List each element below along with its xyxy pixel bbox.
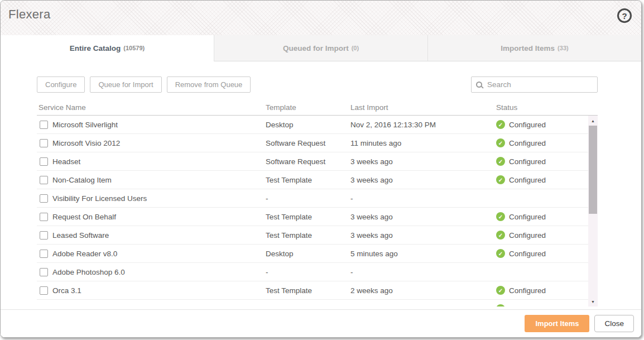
status-cell: ✓ Configured bbox=[496, 304, 598, 307]
remove-from-queue-button[interactable]: Remove from Queue bbox=[167, 76, 251, 93]
tab-label: Queued for Import bbox=[283, 44, 349, 52]
dialog-header: Flexera ? bbox=[1, 1, 641, 35]
template-value: - bbox=[266, 194, 350, 203]
import-items-button[interactable]: Import Items bbox=[525, 315, 589, 332]
template-value: Test Template bbox=[266, 213, 350, 221]
tab-queued-for-import[interactable]: Queued for Import (0) bbox=[214, 35, 427, 61]
tab-imported-items[interactable]: Imported Items (33) bbox=[427, 35, 641, 61]
table-viewport: Microsoft Silverlight Desktop Nov 2, 201… bbox=[37, 116, 598, 307]
page-title: Flexera bbox=[8, 7, 50, 22]
status-label: Configured bbox=[509, 176, 546, 184]
row-checkbox[interactable] bbox=[40, 231, 48, 240]
scroll-down-icon[interactable]: ▼ bbox=[588, 298, 598, 305]
tab-label: Entire Catalog bbox=[70, 44, 121, 52]
row-checkbox-cell bbox=[37, 305, 52, 307]
scroll-up-icon[interactable]: ▲ bbox=[588, 117, 598, 124]
tab-bar: Entire Catalog (10579) Queued for Import… bbox=[1, 35, 641, 61]
template-value: Software Request bbox=[266, 157, 350, 166]
row-checkbox-cell bbox=[37, 268, 52, 276]
last-import-value: 5 minutes ago bbox=[350, 250, 496, 258]
status-cell: ✓ Configured bbox=[496, 120, 598, 129]
column-header-service-name: Service Name bbox=[37, 103, 266, 112]
help-icon[interactable]: ? bbox=[617, 8, 632, 23]
template-value: Desktop bbox=[266, 121, 350, 129]
table-row: Adobe Photoshop 6.0 - - bbox=[37, 263, 598, 281]
table-row: Adobe Reader v8.0 Desktop 5 minutes ago … bbox=[37, 245, 598, 263]
status-label: Configured bbox=[509, 286, 546, 295]
status-label: Configured bbox=[509, 139, 546, 147]
check-circle-icon: ✓ bbox=[496, 212, 505, 221]
last-import-value: 2 weeks ago bbox=[350, 286, 496, 295]
catalog-content: Configure Queue for Import Remove from Q… bbox=[1, 61, 641, 307]
template-value: Test Template bbox=[266, 176, 350, 184]
row-checkbox[interactable] bbox=[40, 139, 48, 147]
template-value: Desktop bbox=[266, 250, 350, 258]
toolbar: Configure Queue for Import Remove from Q… bbox=[37, 76, 598, 93]
row-checkbox[interactable] bbox=[40, 250, 48, 258]
check-circle-icon: ✓ bbox=[496, 157, 505, 166]
row-checkbox[interactable] bbox=[40, 286, 48, 295]
service-name: Request On Behalf bbox=[52, 213, 266, 221]
row-checkbox[interactable] bbox=[40, 194, 48, 203]
status-cell: ✓ Configured bbox=[496, 138, 598, 147]
row-checkbox[interactable] bbox=[40, 213, 48, 221]
search-icon bbox=[476, 82, 482, 88]
check-circle-icon: ✓ bbox=[496, 138, 505, 147]
table-row: Headset Software Request 3 weeks ago ✓ C… bbox=[37, 152, 598, 171]
row-checkbox-cell bbox=[37, 231, 52, 240]
table-header: Service Name Template Last Import Status bbox=[37, 100, 598, 116]
status-label: Configured bbox=[509, 213, 546, 221]
status-cell: ✓ Configured bbox=[496, 286, 598, 295]
table-row: Microsoft Silverlight Desktop Nov 2, 201… bbox=[37, 116, 598, 134]
last-import-value: - bbox=[350, 268, 496, 276]
service-name: Non-Catalog Item bbox=[52, 176, 266, 184]
table-row: Microsoft Visio 2012 Software Request 11… bbox=[37, 134, 598, 152]
status-cell: ✓ Configured bbox=[496, 175, 598, 184]
template-value: - bbox=[266, 268, 350, 276]
tab-count-badge: (0) bbox=[352, 45, 359, 51]
vertical-scrollbar[interactable]: ▲ ▼ bbox=[588, 116, 598, 307]
tab-count-badge: (10579) bbox=[123, 45, 145, 51]
search-input[interactable] bbox=[487, 80, 593, 89]
table-row: Request On Behalf Test Template 3 weeks … bbox=[37, 208, 598, 226]
status-cell: ✓ Configured bbox=[496, 212, 598, 221]
row-checkbox[interactable] bbox=[40, 268, 48, 276]
row-checkbox-cell bbox=[37, 286, 52, 295]
status-label: Configured bbox=[509, 250, 546, 258]
configure-button[interactable]: Configure bbox=[37, 76, 85, 93]
scrollbar-thumb[interactable] bbox=[589, 126, 597, 214]
row-checkbox[interactable] bbox=[40, 121, 48, 129]
service-name: Leased Software bbox=[52, 231, 266, 240]
service-name: Visibility For Licensed Users bbox=[52, 194, 266, 203]
template-value: Software Request bbox=[266, 139, 350, 147]
status-cell: ✓ Configured bbox=[496, 249, 598, 258]
row-checkbox-cell bbox=[37, 213, 52, 221]
row-checkbox[interactable] bbox=[40, 176, 48, 184]
tab-count-badge: (33) bbox=[558, 45, 569, 51]
table-row: Orca 3.1 Test Template 2 weeks ago ✓ Con… bbox=[37, 281, 598, 300]
check-circle-icon: ✓ bbox=[496, 120, 505, 129]
status-label: Configured bbox=[509, 121, 546, 129]
column-header-template: Template bbox=[266, 103, 350, 112]
service-name: Adobe Reader v8.0 bbox=[52, 250, 266, 258]
close-button[interactable]: Close bbox=[594, 315, 634, 332]
check-circle-icon: ✓ bbox=[496, 304, 505, 307]
status-label: Configured bbox=[509, 157, 546, 166]
template-value: Test Template bbox=[266, 286, 350, 295]
tab-entire-catalog[interactable]: Entire Catalog (10579) bbox=[1, 35, 214, 61]
queue-for-import-button[interactable]: Queue for Import bbox=[90, 76, 161, 93]
dialog-footer: Import Items Close bbox=[1, 309, 641, 337]
last-import-value: 3 weeks ago bbox=[350, 176, 496, 184]
service-name: Headset bbox=[52, 157, 266, 166]
table-row: ✓ Configured bbox=[37, 300, 598, 307]
check-circle-icon: ✓ bbox=[496, 231, 505, 240]
search-box[interactable] bbox=[471, 76, 598, 93]
row-checkbox-cell bbox=[37, 194, 52, 203]
row-checkbox-cell bbox=[37, 157, 52, 166]
status-cell: ✓ Configured bbox=[496, 157, 598, 166]
import-catalog-dialog: Flexera ? Entire Catalog (10579) Queued … bbox=[0, 0, 642, 338]
row-checkbox[interactable] bbox=[40, 157, 48, 166]
row-checkbox-cell bbox=[37, 139, 52, 147]
last-import-value: 11 minutes ago bbox=[350, 139, 496, 147]
service-name: Microsoft Visio 2012 bbox=[52, 139, 266, 147]
